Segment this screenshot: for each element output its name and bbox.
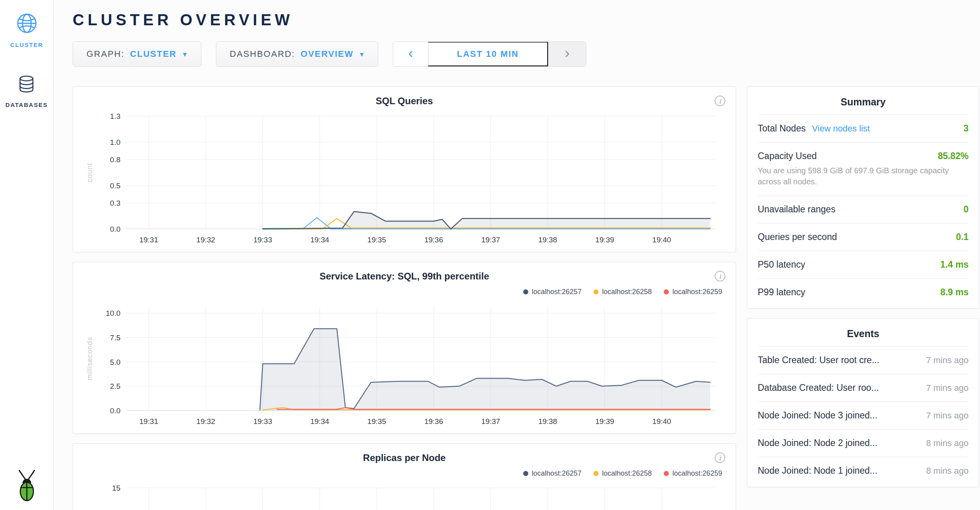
- qps-label: Queries per second: [758, 232, 837, 242]
- summary-row-qps: Queries per second 0.1: [758, 223, 969, 251]
- svg-text:19:40: 19:40: [652, 417, 671, 426]
- main-content: CLUSTER OVERVIEW GRAPH: CLUSTER ▾ DASHBO…: [54, 0, 980, 510]
- legend-label: localhost:26259: [672, 469, 722, 478]
- toolbar: GRAPH: CLUSTER ▾ DASHBOARD: OVERVIEW ▾ ‹…: [73, 41, 980, 67]
- svg-text:19:33: 19:33: [253, 417, 272, 426]
- svg-text:19:40: 19:40: [652, 236, 671, 244]
- summary-row-capacity: Capacity Used 85.82% You are using 598.9…: [758, 142, 969, 196]
- svg-text:0.3: 0.3: [110, 199, 120, 207]
- chart-title: SQL Queries: [83, 96, 726, 107]
- event-text: Node Joined: Node 3 joined...: [758, 410, 877, 421]
- dashboard-content: SQL Queries i 0.00.30.50.81.01.319:3119:…: [73, 86, 980, 510]
- svg-text:15: 15: [112, 484, 120, 492]
- event-time: 8 mins ago: [926, 466, 969, 476]
- graph-dropdown[interactable]: GRAPH: CLUSTER ▾: [73, 41, 201, 67]
- legend-item[interactable]: localhost:26259: [664, 288, 722, 296]
- legend-dot-icon: [664, 289, 669, 294]
- svg-text:1.3: 1.3: [110, 112, 120, 120]
- chart-card-service-latency: Service Latency: SQL, 99th percentile i …: [73, 262, 736, 434]
- svg-text:5.0: 5.0: [110, 358, 120, 366]
- chevron-down-icon: ▾: [183, 50, 188, 59]
- info-icon[interactable]: i: [715, 452, 725, 463]
- svg-text:19:34: 19:34: [310, 236, 329, 244]
- time-next-button[interactable]: ›: [548, 42, 586, 66]
- legend-dot-icon: [593, 471, 599, 476]
- event-row[interactable]: Node Joined: Node 2 joined... 8 mins ago: [758, 429, 969, 457]
- svg-text:0.8: 0.8: [110, 156, 120, 164]
- total-nodes-label: Total Nodes: [758, 123, 805, 134]
- time-range-control: ‹ LAST 10 MIN ›: [393, 41, 586, 67]
- svg-text:19:35: 19:35: [367, 236, 386, 244]
- svg-text:19:39: 19:39: [595, 236, 614, 244]
- qps-value: 0.1: [956, 232, 969, 242]
- svg-text:19:36: 19:36: [424, 417, 443, 426]
- legend-item[interactable]: localhost:26257: [523, 288, 582, 296]
- event-text: Node Joined: Node 2 joined...: [758, 438, 877, 448]
- event-time: 7 mins ago: [926, 383, 969, 393]
- summary-row-p50: P50 latency 1.4 ms: [758, 251, 969, 279]
- view-nodes-link[interactable]: View nodes list: [812, 124, 869, 134]
- time-prev-button[interactable]: ‹: [393, 42, 428, 66]
- info-icon[interactable]: i: [715, 271, 725, 281]
- event-time: 7 mins ago: [926, 355, 969, 366]
- svg-text:0.5: 0.5: [110, 182, 120, 190]
- event-row[interactable]: Node Joined: Node 1 joined... 8 mins ago: [758, 457, 969, 484]
- chart-title: Service Latency: SQL, 99th percentile: [83, 271, 726, 282]
- summary-row-p99: P99 latency 8.9 ms: [758, 279, 969, 306]
- event-text: Table Created: User root cre...: [758, 355, 879, 366]
- svg-text:19:36: 19:36: [424, 236, 443, 244]
- globe-icon: [15, 12, 38, 36]
- sidebar-item-cluster[interactable]: CLUSTER: [10, 12, 43, 48]
- svg-text:19:38: 19:38: [538, 236, 557, 244]
- graph-dropdown-value: CLUSTER: [130, 49, 176, 59]
- event-text: Database Created: User roo...: [758, 382, 879, 393]
- svg-text:19:34: 19:34: [310, 417, 329, 426]
- svg-text:2.5: 2.5: [110, 382, 120, 390]
- p99-value: 8.9 ms: [940, 287, 969, 298]
- svg-text:19:32: 19:32: [196, 236, 215, 244]
- legend-item[interactable]: localhost:26258: [593, 469, 652, 478]
- legend-item[interactable]: localhost:26258: [593, 288, 652, 296]
- sidebar-item-label: CLUSTER: [10, 41, 43, 48]
- service-latency-chart: 0.02.55.07.510.019:3119:3219:3319:3419:3…: [83, 300, 727, 430]
- svg-text:19:31: 19:31: [139, 417, 158, 426]
- chevron-left-icon: ‹: [408, 45, 413, 62]
- sidebar: CLUSTER DATABASES: [0, 0, 54, 510]
- cluster-overview-page: CLUSTER DATABASES: [0, 0, 980, 510]
- capacity-label: Capacity Used: [758, 151, 817, 161]
- svg-text:1.0: 1.0: [110, 138, 120, 146]
- svg-text:count: count: [86, 163, 94, 182]
- svg-text:19:31: 19:31: [139, 236, 158, 244]
- svg-text:milliseconds: milliseconds: [86, 337, 94, 380]
- legend-item[interactable]: localhost:26259: [664, 469, 722, 478]
- capacity-subtext: You are using 598.9 GiB of 697.9 GiB sto…: [758, 165, 969, 187]
- events-title: Events: [758, 320, 969, 347]
- legend-dot-icon: [593, 289, 599, 294]
- dashboard-dropdown-label: DASHBOARD:: [230, 49, 295, 59]
- chart-card-replicas-per-node: Replicas per Node i localhost:26257local…: [73, 443, 736, 510]
- svg-text:19:38: 19:38: [538, 417, 557, 426]
- databases-icon: [16, 74, 37, 96]
- dashboard-dropdown[interactable]: DASHBOARD: OVERVIEW ▾: [216, 41, 378, 67]
- dashboard-dropdown-value: OVERVIEW: [300, 49, 353, 59]
- unavailable-ranges-value: 0: [963, 204, 969, 215]
- event-row[interactable]: Table Created: User root cre... 7 mins a…: [758, 347, 969, 374]
- chart-card-sql-queries: SQL Queries i 0.00.30.50.81.01.319:3119:…: [73, 86, 736, 252]
- sidebar-item-databases[interactable]: DATABASES: [6, 74, 48, 108]
- unavailable-ranges-label: Unavailable ranges: [758, 204, 835, 215]
- events-panel: Events Table Created: User root cre... 7…: [747, 318, 979, 487]
- legend-label: localhost:26258: [602, 288, 652, 296]
- graph-dropdown-label: GRAPH:: [86, 49, 124, 59]
- charts-column: SQL Queries i 0.00.30.50.81.01.319:3119:…: [73, 86, 736, 510]
- event-row[interactable]: Database Created: User roo... 7 mins ago: [758, 374, 969, 402]
- svg-text:0.0: 0.0: [110, 225, 120, 233]
- time-range-label[interactable]: LAST 10 MIN: [428, 42, 548, 66]
- page-title: CLUSTER OVERVIEW: [73, 11, 980, 29]
- capacity-value: 85.82%: [938, 151, 969, 161]
- sql-queries-chart: 0.00.30.50.81.01.319:3119:3219:3319:3419…: [83, 110, 727, 249]
- sidebar-item-label: DATABASES: [6, 101, 48, 108]
- legend-item[interactable]: localhost:26257: [523, 469, 582, 478]
- svg-text:19:35: 19:35: [367, 417, 386, 426]
- info-icon[interactable]: i: [715, 96, 725, 106]
- event-row[interactable]: Node Joined: Node 3 joined... 7 mins ago: [758, 402, 969, 429]
